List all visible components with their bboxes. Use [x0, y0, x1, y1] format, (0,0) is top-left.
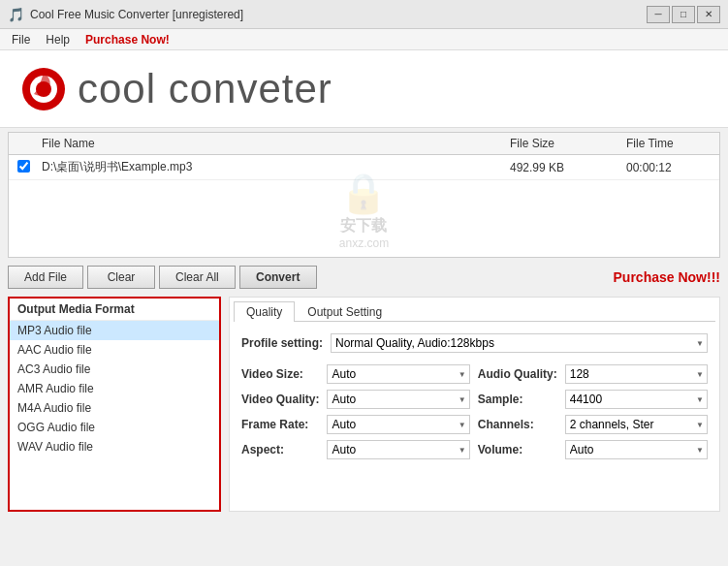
sample-label: Sample: [478, 393, 557, 406]
file-list-header: File Name File Size File Time [9, 133, 719, 155]
aspect-wrapper: Auto [327, 440, 469, 459]
col-name: File Name [38, 135, 506, 152]
audio-quality-select[interactable]: 128 64 192 256 320 [565, 364, 708, 384]
settings-grid: Video Size: Auto Audio Quality: 128 64 1… [234, 361, 715, 463]
volume-select[interactable]: Auto [565, 440, 708, 459]
logo-text: cool conveter [78, 66, 332, 112]
frame-rate-label: Frame Rate: [241, 418, 319, 431]
channels-wrapper: 2 channels, Ster 1 channel, Mono [565, 415, 708, 434]
col-size: File Size [506, 135, 622, 152]
tab-output-setting[interactable]: Output Setting [295, 301, 395, 322]
format-list: MP3 Audio file AAC Audio file AC3 Audio … [10, 321, 219, 456]
format-panel: Output Media Format MP3 Audio file AAC A… [8, 297, 221, 512]
settings-panel: Quality Output Setting Profile setting: … [229, 297, 720, 512]
aspect-select[interactable]: Auto [327, 440, 469, 459]
frame-rate-select[interactable]: Auto [327, 415, 469, 434]
purchase-now-label[interactable]: Purchase Now!!! [614, 269, 720, 285]
clear-button[interactable]: Clear [87, 266, 155, 289]
menu-bar: File Help Purchase Now! [0, 29, 728, 50]
tab-quality[interactable]: Quality [234, 301, 295, 322]
window-title: Cool Free Music Converter [unregistered] [30, 8, 243, 21]
profile-select-wrapper: Normal Quality, Audio:128kbps High Quali… [331, 333, 708, 353]
format-item-ogg[interactable]: OGG Audio file [10, 418, 219, 437]
title-bar-left: 🎵 Cool Free Music Converter [unregistere… [8, 7, 243, 22]
file-time: 00:00:12 [622, 159, 719, 176]
video-quality-wrapper: Auto [327, 390, 469, 409]
menu-file[interactable]: File [4, 31, 38, 48]
file-list-container: File Name File Size File Time D:\桌面\说明书\… [8, 132, 720, 258]
frame-rate-wrapper: Auto [327, 415, 469, 434]
main-content: Output Media Format MP3 Audio file AAC A… [0, 293, 728, 516]
sample-select[interactable]: 44100 22050 11025 8000 [565, 390, 708, 409]
minimize-button[interactable]: ─ [647, 6, 670, 23]
logo-icon [19, 65, 68, 113]
profile-select[interactable]: Normal Quality, Audio:128kbps High Quali… [331, 333, 708, 353]
profile-row: Profile setting: Normal Quality, Audio:1… [234, 330, 715, 357]
video-size-select[interactable]: Auto [327, 364, 469, 384]
title-bar: 🎵 Cool Free Music Converter [unregistere… [0, 0, 728, 29]
col-time: File Time [622, 135, 719, 152]
menu-help[interactable]: Help [38, 31, 78, 48]
file-check-input[interactable] [17, 160, 30, 173]
file-name: D:\桌面\说明书\Example.mp3 [38, 157, 506, 177]
convert-button[interactable]: Convert [239, 266, 317, 289]
menu-purchase[interactable]: Purchase Now! [78, 31, 177, 48]
audio-quality-wrapper: 128 64 192 256 320 [565, 364, 708, 384]
col-check [9, 135, 38, 152]
volume-wrapper: Auto [565, 440, 708, 459]
format-item-mp3[interactable]: MP3 Audio file [10, 321, 219, 340]
format-item-amr[interactable]: AMR Audio file [10, 379, 219, 398]
watermark: 🔒 安下载 anxz.com [339, 171, 389, 250]
video-quality-select[interactable]: Auto [327, 390, 469, 409]
audio-quality-label: Audio Quality: [478, 367, 557, 381]
video-size-wrapper: Auto [327, 364, 469, 384]
file-checkbox[interactable] [9, 160, 38, 175]
close-button[interactable]: ✕ [697, 6, 720, 23]
format-item-m4a[interactable]: M4A Audio file [10, 398, 219, 418]
format-panel-title: Output Media Format [10, 299, 219, 321]
title-bar-controls: ─ □ ✕ [647, 6, 720, 23]
channels-label: Channels: [478, 418, 557, 431]
video-quality-label: Video Quality: [241, 393, 319, 406]
tabs-row: Quality Output Setting [234, 301, 715, 322]
table-row[interactable]: D:\桌面\说明书\Example.mp3 492.99 KB 00:00:12 [9, 155, 719, 180]
profile-label: Profile setting: [241, 336, 323, 350]
add-file-button[interactable]: Add File [8, 266, 83, 289]
logo-area: cool conveter [0, 50, 728, 128]
toolbar: Add File Clear Clear All Convert Purchas… [0, 262, 728, 293]
channels-select[interactable]: 2 channels, Ster 1 channel, Mono [565, 415, 708, 434]
volume-label: Volume: [478, 443, 557, 456]
format-item-wav[interactable]: WAV Audio file [10, 437, 219, 456]
format-item-ac3[interactable]: AC3 Audio file [10, 360, 219, 379]
aspect-label: Aspect: [241, 443, 319, 456]
maximize-button[interactable]: □ [672, 6, 695, 23]
clear-all-button[interactable]: Clear All [159, 266, 236, 289]
format-item-aac[interactable]: AAC Audio file [10, 340, 219, 360]
file-size: 492.99 KB [506, 159, 622, 176]
app-icon: 🎵 [8, 7, 24, 22]
video-size-label: Video Size: [241, 367, 319, 381]
sample-wrapper: 44100 22050 11025 8000 [565, 390, 708, 409]
